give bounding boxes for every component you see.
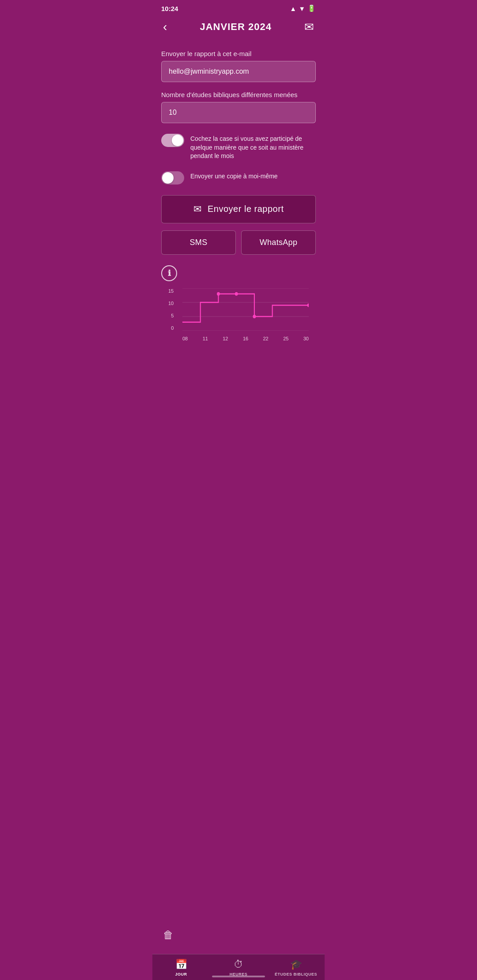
chart-line: [182, 294, 309, 322]
x-label-22: 22: [263, 336, 269, 341]
send-report-button[interactable]: ✉ Envoyer le rapport: [161, 195, 316, 223]
main-content: Envoyer le rapport à cet e-mail Nombre d…: [152, 43, 325, 353]
battery-icon: 🔋: [307, 4, 316, 12]
x-label-12: 12: [223, 336, 228, 341]
copy-toggle-row: Envoyer une copie à moi-même: [161, 171, 316, 185]
chart-y-labels: 15 10 5 0: [168, 288, 176, 331]
studies-input[interactable]: [161, 102, 316, 123]
chart-line-svg: [182, 288, 309, 331]
x-label-08: 08: [182, 336, 188, 341]
email-header-button[interactable]: ✉: [301, 19, 318, 36]
x-label-11: 11: [203, 336, 208, 341]
ministry-toggle-thumb: [172, 135, 183, 146]
y-label-15: 15: [168, 288, 174, 294]
x-label-16: 16: [243, 336, 248, 341]
status-bar: 10:24 ▲ ▼ 🔋: [152, 0, 325, 15]
copy-toggle-label: Envoyer une copie à moi-même: [190, 171, 316, 181]
chart-dot-22: [253, 315, 256, 318]
copy-toggle-thumb: [162, 172, 174, 184]
chart-dot-16: [235, 292, 238, 296]
x-label-30: 30: [303, 336, 309, 341]
y-label-10: 10: [168, 301, 174, 306]
chart-dot-30: [307, 303, 309, 307]
chart-container: 15 10 5 0: [168, 288, 309, 341]
studies-section: Nombre d'études bibliques différentes me…: [161, 91, 316, 134]
info-icon[interactable]: ℹ: [161, 265, 177, 281]
send-report-icon: ✉: [193, 204, 202, 215]
wifi-icon: ▼: [299, 5, 305, 12]
email-section: Envoyer le rapport à cet e-mail: [161, 50, 316, 91]
status-time: 10:24: [161, 5, 178, 12]
copy-toggle[interactable]: [161, 171, 184, 185]
y-label-5: 5: [171, 313, 174, 318]
email-input[interactable]: [161, 61, 316, 82]
signal-icon: ▲: [290, 5, 296, 12]
y-label-0: 0: [171, 325, 174, 331]
chart-dot-12: [217, 292, 220, 296]
chart-svg: [182, 288, 309, 331]
page-title: JANVIER 2024: [200, 21, 271, 33]
chart-area: 15 10 5 0: [161, 288, 316, 346]
ministry-toggle[interactable]: [161, 134, 184, 147]
studies-label: Nombre d'études bibliques différentes me…: [161, 91, 316, 98]
email-label: Envoyer le rapport à cet e-mail: [161, 50, 316, 57]
action-row: SMS WhatsApp: [161, 230, 316, 255]
sms-button[interactable]: SMS: [161, 230, 236, 255]
x-label-25: 25: [283, 336, 288, 341]
chart-x-labels: 08 11 12 16 22 25 30: [182, 336, 309, 341]
ministry-toggle-label: Cochez la case si vous avez participé de…: [190, 134, 316, 161]
back-button[interactable]: ‹: [159, 18, 170, 36]
header: ‹ JANVIER 2024 ✉: [152, 15, 325, 43]
ministry-toggle-row: Cochez la case si vous avez participé de…: [161, 134, 316, 161]
info-icon-wrap: ℹ: [161, 264, 316, 288]
whatsapp-button[interactable]: WhatsApp: [241, 230, 316, 255]
send-report-label: Envoyer le rapport: [208, 204, 284, 214]
status-icons: ▲ ▼ 🔋: [290, 4, 316, 12]
